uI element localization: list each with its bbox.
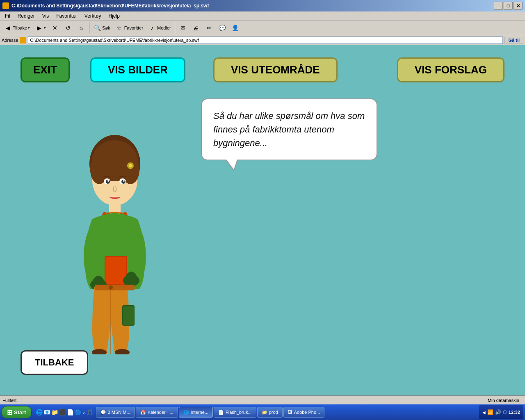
taskbar-item-adobe[interactable]: 🖼 Adobe Pho... [283,407,325,418]
back-button[interactable]: ◀ Tilbake ▾ [2,23,32,33]
taskbar-item-internet[interactable]: 🌐 Interne... [179,407,213,418]
discuss-button[interactable]: 💬 [216,23,228,33]
stop-icon: ✕ [51,24,59,32]
edit-icon: ✏ [205,24,213,32]
svg-point-8 [129,164,132,167]
status-bar: Fullført Min datamaskin [0,395,525,404]
menu-rediger[interactable]: Rediger [14,12,38,20]
taskbar-item-prod-label: prod [269,410,278,415]
speech-bubble: Så du har ulike spørsmål om hva som finn… [201,98,377,160]
mail-icon: ✉ [179,24,187,32]
media-button[interactable]: ♪ Medier [146,23,173,33]
menu-bar: Fil Rediger Vis Favoritter Verktøy Hjelp [0,11,525,21]
toolbar: ◀ Tilbake ▾ ▶ ▾ ✕ ↺ ⌂ 🔍 Søk ☆ Favoritter… [0,21,525,35]
quick-launch: 🌐 📧 📁 ⬛ 📄 🔵 ♪ 🎵 [34,407,95,418]
edit-button[interactable]: ✏ [203,23,215,33]
systray-volume-icon[interactable]: 🔊 [495,409,501,415]
refresh-button[interactable]: ↺ [62,23,74,33]
browser-icon [2,2,9,9]
svg-rect-30 [123,306,134,325]
ql-icon-2[interactable]: 📧 [43,409,50,415]
min-datamaskin-label: Min datamaskin [488,398,519,403]
forward-dropdown-icon: ▾ [44,26,46,30]
search-label: Søk [102,25,110,30]
svg-rect-27 [95,285,135,290]
taskbar-item-adobe-label: Adobe Pho... [294,410,320,415]
svg-point-14 [123,180,125,182]
title-bar: C:\Documents and Settings\gaustad\Skrive… [0,0,525,11]
stop-button[interactable]: ✕ [49,23,61,33]
forward-icon: ▶ [35,24,43,32]
separator-1 [89,22,89,34]
search-icon: 🔍 [93,24,101,32]
taskbar: ⊞ Start 🌐 📧 📁 ⬛ 📄 🔵 ♪ 🎵 💬 2 MSN M... 📅 [0,404,525,420]
minimize-button[interactable]: _ [494,2,503,10]
taskbar-item-prod[interactable]: 📁 prod [257,407,283,418]
svg-point-13 [107,180,109,182]
address-bar: Adresse Gå til [0,35,525,45]
vis-bilder-button[interactable]: VIS BILDER [90,57,185,82]
vis-forslag-button[interactable]: VIS FORSLAG [397,57,504,82]
taskbar-item-msn[interactable]: 💬 2 MSN M... [96,407,135,418]
messenger-icon: 👤 [231,24,240,32]
maximize-button[interactable]: □ [504,2,513,10]
home-button[interactable]: ⌂ [75,23,87,33]
systray-hide-icon[interactable]: ◀ [482,410,486,415]
menu-fil[interactable]: Fil [2,12,14,20]
browser-window: C:\Documents and Settings\gaustad\Skrive… [0,0,525,420]
systray-bluetooth-icon: ⬡ [503,409,507,415]
separator-2 [175,22,175,34]
start-button[interactable]: ⊞ Start [2,406,32,418]
ql-icon-3[interactable]: 📁 [51,409,58,415]
page-icon [20,37,26,43]
star-icon: ☆ [115,24,123,32]
taskbar-item-internet-icon: 🌐 [183,410,189,415]
menu-favoritter[interactable]: Favoritter [53,12,80,20]
taskbar-items: 🌐 📧 📁 ⬛ 📄 🔵 ♪ 🎵 💬 2 MSN M... 📅 Kalender … [34,407,478,418]
print-button[interactable]: 🖨 [190,23,202,33]
clock: 12:32 [509,410,520,415]
ql-icon-7[interactable]: ♪ [82,409,85,415]
messenger-button[interactable]: 👤 [229,23,242,33]
title-bar-controls: _ □ ✕ [494,2,523,10]
menu-verktoy[interactable]: Verktøy [81,12,105,20]
vis-uteomrade-button[interactable]: VIS UTEOMRÅDE [213,57,338,82]
window-title: C:\Documents and Settings\gaustad\Skrive… [11,3,209,9]
close-button[interactable]: ✕ [514,2,523,10]
print-icon: 🖨 [192,24,200,32]
taskbar-item-msn-icon: 💬 [100,410,106,415]
taskbar-item-kalender[interactable]: 📅 Kalender - ... [136,407,178,418]
favorites-label: Favoritter [124,25,143,30]
favorites-button[interactable]: ☆ Favoritter [113,23,145,33]
windows-logo: ⊞ [7,409,12,416]
address-input[interactable] [28,37,503,44]
media-label: Medier [157,25,171,30]
ql-icon-8[interactable]: 🎵 [86,409,93,415]
tilbake-button[interactable]: TILBAKE [21,350,88,375]
svg-point-28 [109,285,113,290]
exit-button[interactable]: EXIT [21,57,70,82]
media-icon: ♪ [148,24,156,32]
address-label: Adresse [2,38,18,43]
mail-button[interactable]: ✉ [177,23,189,33]
system-tray: ◀ 📶 🔊 ⬡ 12:32 [479,405,523,419]
forward-button[interactable]: ▶ ▾ [33,23,48,33]
ql-icon-4[interactable]: ⬛ [59,409,66,415]
search-button[interactable]: 🔍 Søk [91,23,112,33]
back-label: Tilbake [13,25,27,30]
taskbar-item-prod-icon: 📁 [262,410,267,415]
ql-icon-1[interactable]: 🌐 [36,409,43,415]
ql-icon-6[interactable]: 🔵 [75,409,82,415]
content-area: EXIT VIS BILDER VIS UTEOMRÅDE VIS FORSLA… [0,45,525,395]
taskbar-item-kalender-icon: 📅 [140,410,146,415]
home-icon: ⌂ [77,24,85,32]
ql-icon-5[interactable]: 📄 [67,409,74,415]
taskbar-item-kalender-label: Kalender - ... [148,410,173,415]
menu-vis[interactable]: Vis [39,12,52,20]
speech-text: Så du har ulike spørsmål om hva som finn… [213,111,365,148]
title-bar-left: C:\Documents and Settings\gaustad\Skrive… [2,2,209,9]
go-button[interactable]: Gå til [504,37,523,43]
menu-hjelp[interactable]: Hjelp [105,12,123,20]
taskbar-item-adobe-icon: 🖼 [288,410,292,415]
taskbar-item-flash[interactable]: 📄 Flash_bruk... [214,407,256,418]
